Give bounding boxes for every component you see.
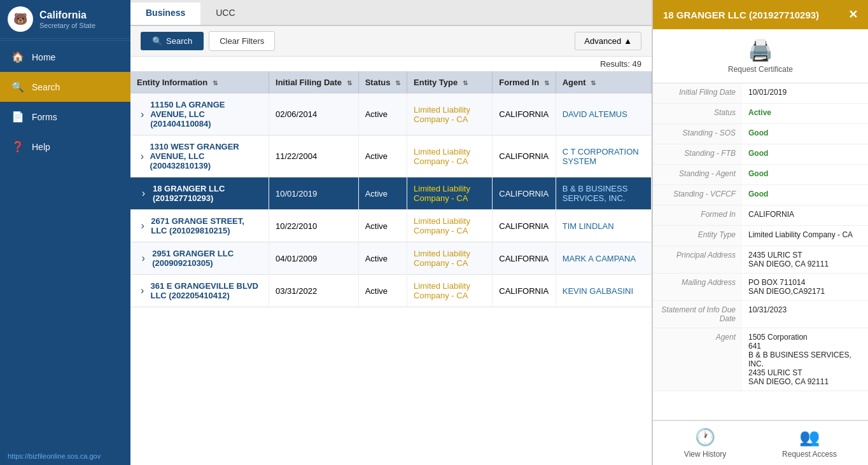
detail-value: Good bbox=[742, 185, 868, 205]
request-access-label: Request Access bbox=[782, 450, 837, 459]
col-header-entity-info[interactable]: Entity Information ⇅ bbox=[130, 71, 269, 94]
request-certificate-section[interactable]: 🖨️ Request Certificate bbox=[653, 29, 868, 83]
detail-label: Standing - VCFCF bbox=[653, 185, 742, 205]
formed-in-cell: CALIFORNIA bbox=[493, 275, 556, 307]
filing-date-cell: 04/01/2009 bbox=[269, 242, 359, 275]
sidebar: 🐻 California Secretary of State 🏠 Home 🔍… bbox=[0, 0, 130, 465]
results-table-container: Entity Information ⇅ Initial Filing Date… bbox=[130, 71, 652, 465]
filing-date-cell: 11/22/2004 bbox=[269, 135, 359, 177]
sort-icon-entity: ⇅ bbox=[213, 80, 218, 87]
row-arrow[interactable]: › bbox=[137, 188, 150, 199]
entity-name[interactable]: 2951 GRANGER LLC (200909210305) bbox=[152, 249, 262, 268]
sidebar-item-forms[interactable]: 📄 Forms bbox=[0, 102, 130, 132]
status-cell: Active bbox=[358, 210, 407, 242]
panel-title: 18 GRANGER LLC (201927710293) bbox=[663, 10, 819, 20]
detail-label: Statement of Info Due Date bbox=[653, 301, 742, 328]
table-row[interactable]: › 361 E GRANGEVILLE BLVD LLC (2022054104… bbox=[130, 275, 652, 307]
formed-in-cell: CALIFORNIA bbox=[493, 177, 556, 210]
view-history-action[interactable]: 🕐 View History bbox=[684, 427, 726, 459]
agent-cell: C T CORPORATION SYSTEM bbox=[556, 135, 651, 177]
col-header-entity-type[interactable]: Entity Type ⇅ bbox=[407, 71, 493, 94]
cert-label: Request Certificate bbox=[662, 65, 859, 74]
entity-name[interactable]: 1310 WEST GRANGER AVENUE, LLC (200432810… bbox=[150, 142, 262, 170]
tab-ucc[interactable]: UCC bbox=[200, 3, 250, 25]
sidebar-header: 🐻 California Secretary of State bbox=[0, 0, 130, 39]
filing-date-cell: 02/06/2014 bbox=[269, 94, 359, 135]
status-cell: Active bbox=[358, 135, 407, 177]
sidebar-item-search[interactable]: 🔍 Search bbox=[0, 72, 130, 102]
entity-name[interactable]: 2671 GRANGE STREET, LLC (201029810215) bbox=[151, 216, 262, 235]
certificate-icon: 🖨️ bbox=[662, 38, 859, 62]
advanced-btn-label: Advanced bbox=[584, 36, 621, 46]
search-button[interactable]: 🔍 Search bbox=[141, 32, 204, 50]
detail-row: Standing - VCFCFGood bbox=[653, 185, 868, 205]
entity-type-cell: Limited Liability Company - CA bbox=[407, 94, 493, 135]
table-row[interactable]: › 18 GRANGER LLC (201927710293) 10/01/20… bbox=[130, 177, 652, 210]
detail-label: Initial Filing Date bbox=[653, 83, 742, 103]
status-cell: Active bbox=[358, 177, 407, 210]
agent-cell: DAVID ALTEMUS bbox=[556, 94, 651, 135]
sort-icon-filing: ⇅ bbox=[347, 80, 352, 87]
sidebar-item-home[interactable]: 🏠 Home bbox=[0, 42, 130, 72]
detail-row: Principal Address2435 ULRIC ST SAN DIEGO… bbox=[653, 246, 868, 274]
row-arrow[interactable]: › bbox=[137, 285, 148, 296]
table-row[interactable]: › 2671 GRANGE STREET, LLC (201029810215)… bbox=[130, 210, 652, 242]
row-arrow[interactable]: › bbox=[137, 253, 150, 264]
status-cell: Active bbox=[358, 275, 407, 307]
table-row[interactable]: › 2951 GRANGER LLC (200909210305) 04/01/… bbox=[130, 242, 652, 275]
table-row[interactable]: › 11150 LA GRANGE AVENUE, LLC (201404110… bbox=[130, 94, 652, 135]
close-panel-button[interactable]: ✕ bbox=[848, 8, 858, 22]
panel-header: 18 GRANGER LLC (201927710293) ✕ bbox=[653, 0, 868, 29]
detail-panel: 18 GRANGER LLC (201927710293) ✕ 🖨️ Reque… bbox=[652, 0, 868, 465]
filing-date-cell: 10/22/2010 bbox=[269, 210, 359, 242]
agent-name: C T CORPORATION SYSTEM bbox=[563, 147, 639, 166]
tabs-bar: Business UCC bbox=[130, 0, 652, 26]
detail-label: Entity Type bbox=[653, 226, 742, 246]
results-count: Results: 49 bbox=[130, 57, 652, 71]
detail-label: Standing - FTB bbox=[653, 144, 742, 164]
status-cell: Active bbox=[358, 242, 407, 275]
row-arrow[interactable]: › bbox=[137, 151, 148, 162]
agent-name: B & B BUSINESS SERVICES, INC. bbox=[563, 184, 628, 203]
table-row[interactable]: › 1310 WEST GRANGER AVENUE, LLC (2004328… bbox=[130, 135, 652, 177]
entity-type-text: Limited Liability Company - CA bbox=[414, 184, 470, 203]
detail-label: Mailing Address bbox=[653, 274, 742, 300]
entity-info-cell: › 18 GRANGER LLC (201927710293) bbox=[130, 177, 269, 210]
detail-value: 1505 Corporation 641 B & B BUSINESS SERV… bbox=[742, 328, 868, 391]
detail-label: Principal Address bbox=[653, 246, 742, 273]
history-icon: 🕐 bbox=[695, 427, 715, 447]
sort-icon-agent: ⇅ bbox=[591, 80, 596, 87]
tab-business[interactable]: Business bbox=[130, 3, 200, 25]
table-header-row: Entity Information ⇅ Initial Filing Date… bbox=[130, 71, 652, 94]
agent-name: MARK A CAMPANA bbox=[563, 254, 636, 263]
detail-value: 10/01/2019 bbox=[742, 83, 868, 103]
col-header-status[interactable]: Status ⇅ bbox=[358, 71, 407, 94]
formed-in-cell: CALIFORNIA bbox=[493, 242, 556, 275]
agent-cell: KEVIN GALBASINI bbox=[556, 275, 651, 307]
row-arrow[interactable]: › bbox=[137, 220, 148, 232]
advanced-button[interactable]: Advanced ▲ bbox=[575, 32, 641, 50]
agent-cell: B & B BUSINESS SERVICES, INC. bbox=[556, 177, 651, 210]
col-header-formed-in[interactable]: Formed In ⇅ bbox=[493, 71, 556, 94]
detail-value: Good bbox=[742, 165, 868, 184]
sidebar-item-forms-label: Forms bbox=[32, 112, 57, 122]
sidebar-subtitle: Secretary of State bbox=[39, 22, 95, 29]
detail-value: Active bbox=[742, 104, 868, 123]
entity-type-cell: Limited Liability Company - CA bbox=[407, 135, 493, 177]
col-header-agent[interactable]: Agent ⇅ bbox=[556, 71, 651, 94]
detail-row: Formed InCALIFORNIA bbox=[653, 205, 868, 226]
detail-value: 2435 ULRIC ST SAN DIEGO, CA 92111 bbox=[742, 246, 868, 273]
entity-name[interactable]: 18 GRANGER LLC (201927710293) bbox=[153, 184, 262, 203]
col-header-initial-filing[interactable]: Initial Filing Date ⇅ bbox=[269, 71, 359, 94]
sidebar-item-help[interactable]: ❓ Help bbox=[0, 132, 130, 162]
detail-label: Standing - SOS bbox=[653, 124, 742, 144]
clear-filters-button[interactable]: Clear Filters bbox=[209, 31, 275, 51]
entity-info-cell: › 1310 WEST GRANGER AVENUE, LLC (2004328… bbox=[130, 135, 269, 177]
row-arrow[interactable]: › bbox=[137, 109, 148, 120]
chevron-up-icon: ▲ bbox=[624, 36, 632, 46]
entity-name[interactable]: 361 E GRANGEVILLE BLVD LLC (202205410412… bbox=[150, 281, 262, 300]
detail-row: Mailing AddressPO BOX 711014 SAN DIEGO,C… bbox=[653, 274, 868, 301]
request-access-action[interactable]: 👥 Request Access bbox=[782, 427, 837, 459]
entity-name[interactable]: 11150 LA GRANGE AVENUE, LLC (20140411008… bbox=[150, 100, 262, 128]
detail-row: Statement of Info Due Date10/31/2023 bbox=[653, 301, 868, 328]
